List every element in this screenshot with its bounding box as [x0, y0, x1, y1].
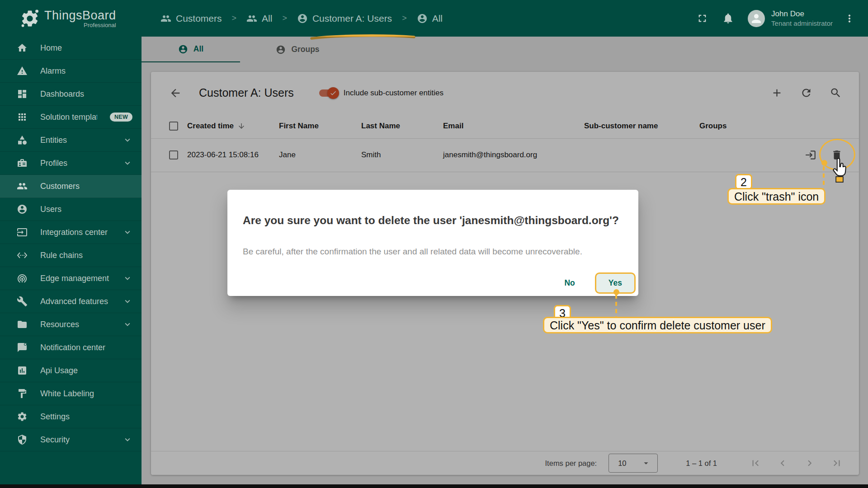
logo-title: ThingsBoard [44, 9, 116, 23]
integrations-icon [17, 227, 28, 238]
breadcrumb-separator: > [232, 14, 237, 23]
confirm-delete-dialog: Are you sure you want to delete the user… [227, 190, 638, 296]
annotation-step2-label: Click "trash" icon [727, 188, 826, 205]
sidebar-item-solution-templates[interactable]: Solution templates NEW [0, 106, 142, 129]
gear-icon [17, 411, 28, 422]
sidebar-item-entities[interactable]: Entities [0, 129, 142, 152]
sidebar-item-security[interactable]: Security [0, 428, 142, 451]
notifications-button[interactable] [718, 9, 738, 28]
annotation-step-number: 2 [735, 174, 752, 190]
chevron-down-icon [123, 319, 132, 329]
no-button[interactable]: No [554, 274, 585, 292]
window-edge [0, 484, 868, 488]
apps-grid-icon [17, 112, 28, 122]
user-menu[interactable]: John Doe Tenant administrator [771, 9, 833, 27]
breadcrumb-all-2[interactable]: All [417, 13, 443, 24]
profiles-badge-icon [17, 158, 28, 169]
home-icon [17, 42, 28, 53]
breadcrumb-label: All [262, 13, 272, 24]
annotation-step3-label: Click "Yes" to confirm delete customer u… [543, 317, 772, 333]
sidebar-item-api-usage[interactable]: Api Usage [0, 359, 142, 382]
chevron-down-icon [123, 158, 132, 168]
chevron-down-icon [123, 435, 132, 445]
breadcrumb: Customers > All > Customer A: Users > Al… [160, 13, 443, 24]
people-icon [17, 181, 28, 192]
dashboard-icon [17, 89, 28, 99]
breadcrumb-separator: > [402, 14, 407, 23]
breadcrumb-label: Customers [176, 13, 222, 24]
breadcrumb-label: Customer A: Users [312, 13, 392, 24]
logo-gear-icon [20, 9, 40, 28]
tools-icon [17, 296, 28, 307]
more-menu-button[interactable] [840, 9, 859, 28]
avatar[interactable] [748, 10, 765, 27]
cursor-hand-icon [830, 157, 849, 183]
sidebar-item-integrations-center[interactable]: Integrations center [0, 221, 142, 244]
people-icon [246, 13, 257, 24]
annotation-dashed-line [823, 166, 825, 188]
breadcrumb-all-1[interactable]: All [246, 13, 272, 24]
account-icon [17, 204, 28, 215]
top-header: ThingsBoard Professional Customers > All… [0, 0, 868, 37]
sidebar-item-edge-management[interactable]: Edge management [0, 267, 142, 290]
edge-antenna-icon [17, 273, 28, 284]
annotation-dashed-line [615, 295, 617, 317]
breadcrumb-customers[interactable]: Customers [160, 13, 222, 24]
more-vert-icon [844, 13, 855, 24]
sidebar-item-customers[interactable]: Customers [0, 175, 142, 198]
notification-icon [17, 342, 28, 353]
sidebar-item-alarms[interactable]: Alarms [0, 60, 142, 83]
sidebar: Home Alarms Dashboards Solution template… [0, 37, 142, 488]
user-name: John Doe [771, 9, 833, 19]
new-badge: NEW [110, 113, 132, 122]
shield-icon [17, 434, 28, 445]
annotation-dot [821, 160, 827, 166]
sidebar-item-rule-chains[interactable]: Rule chains [0, 244, 142, 267]
sidebar-item-white-labeling[interactable]: White Labeling [0, 382, 142, 405]
account-icon [417, 13, 428, 24]
account-icon [297, 13, 308, 24]
sidebar-item-resources[interactable]: Resources [0, 313, 142, 336]
paint-format-icon [17, 388, 28, 399]
entities-icon [17, 135, 28, 145]
rule-chains-icon [17, 250, 28, 261]
chevron-down-icon [123, 135, 132, 145]
chevron-down-icon [123, 273, 132, 283]
chart-icon [17, 365, 28, 376]
fullscreen-button[interactable] [693, 9, 712, 28]
dialog-actions: No Yes [554, 272, 636, 294]
sidebar-item-home[interactable]: Home [0, 37, 142, 60]
user-role: Tenant administrator [771, 19, 833, 27]
chevron-down-icon [123, 296, 132, 306]
dialog-body: Be careful, after the confirmation the u… [243, 247, 625, 257]
thingsboard-logo: ThingsBoard Professional [0, 9, 142, 28]
sidebar-item-dashboards[interactable]: Dashboards [0, 83, 142, 106]
avatar-person-icon [750, 12, 763, 25]
sidebar-item-users[interactable]: Users [0, 198, 142, 221]
alarm-warning-icon [17, 66, 28, 76]
breadcrumb-separator: > [282, 14, 287, 23]
dialog-title: Are you sure you want to delete the user… [243, 214, 625, 227]
folder-icon [17, 319, 28, 330]
people-icon [160, 13, 171, 24]
breadcrumb-customer-a-users[interactable]: Customer A: Users [297, 13, 392, 24]
logo-edition: Professional [84, 22, 116, 28]
breadcrumb-label: All [432, 13, 443, 24]
thingsboard-app: ThingsBoard Professional Customers > All… [0, 0, 868, 488]
sidebar-item-profiles[interactable]: Profiles [0, 152, 142, 175]
topbar-actions: John Doe Tenant administrator [693, 9, 868, 28]
sidebar-item-advanced-features[interactable]: Advanced features [0, 290, 142, 313]
bell-icon [722, 12, 734, 24]
sidebar-item-notification-center[interactable]: Notification center [0, 336, 142, 359]
sidebar-item-settings[interactable]: Settings [0, 405, 142, 428]
fullscreen-icon [696, 12, 708, 24]
chevron-down-icon [123, 227, 132, 237]
